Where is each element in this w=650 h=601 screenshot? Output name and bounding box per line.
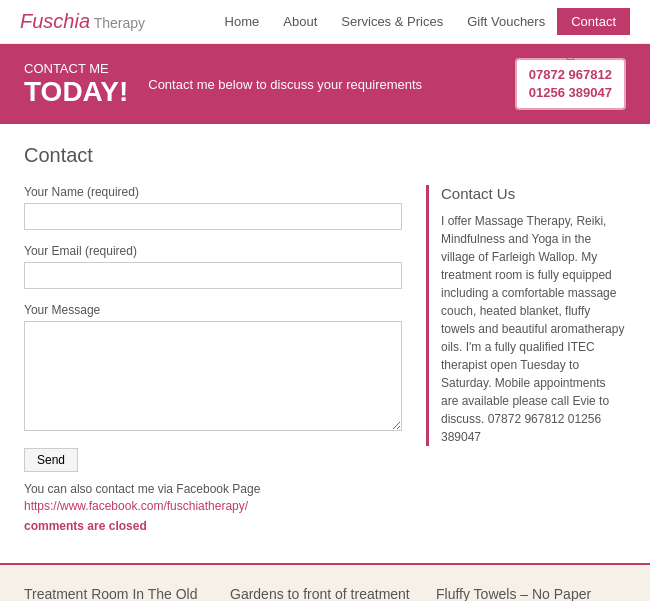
nav-about[interactable]: About — [271, 8, 329, 35]
name-label: Your Name (required) — [24, 185, 402, 199]
gallery-item-3: Fluffy Towels – No Paper — [436, 585, 626, 601]
phone-number-1: 07872 967812 — [529, 66, 612, 84]
nav-contact[interactable]: Contact — [557, 8, 630, 35]
message-textarea[interactable] — [24, 321, 402, 431]
nav-services[interactable]: Services & Prices — [329, 8, 455, 35]
gallery-grid: Treatment Room In The Old Stables, Farle… — [24, 585, 626, 601]
sidebar-description: I offer Massage Therapy, Reiki, Mindfuln… — [441, 212, 626, 446]
facebook-link[interactable]: https://www.facebook.com/fuschiatherapy/ — [24, 499, 402, 513]
sidebar-title: Contact Us — [441, 185, 626, 202]
banner: CONTACT ME TODAY! Contact me below to di… — [0, 44, 650, 124]
also-contact-text: You can also contact me via Facebook Pag… — [24, 482, 402, 496]
phone-number-2: 01256 389047 — [529, 84, 612, 102]
gallery-title-2: Gardens to front of treatment room — [230, 585, 420, 601]
main-content: Contact Your Name (required) Your Email … — [0, 124, 650, 553]
email-input[interactable] — [24, 262, 402, 289]
phone-box: 07872 967812 01256 389047 — [515, 58, 626, 110]
nav-home[interactable]: Home — [213, 8, 272, 35]
gallery-item-1: Treatment Room In The Old Stables, Farle… — [24, 585, 214, 601]
name-input[interactable] — [24, 203, 402, 230]
email-label: Your Email (required) — [24, 244, 402, 258]
contact-heading: Contact — [24, 144, 626, 167]
navigation: Home About Services & Prices Gift Vouche… — [213, 8, 630, 35]
banner-today: TODAY! — [24, 76, 128, 108]
message-field-group: Your Message — [24, 303, 402, 434]
name-field-group: Your Name (required) — [24, 185, 402, 230]
message-label: Your Message — [24, 303, 402, 317]
contact-sidebar: Contact Us I offer Massage Therapy, Reik… — [426, 185, 626, 533]
email-field-group: Your Email (required) — [24, 244, 402, 289]
banner-contact-label: CONTACT ME — [24, 61, 128, 76]
nav-gift[interactable]: Gift Vouchers — [455, 8, 557, 35]
sidebar-box: Contact Us I offer Massage Therapy, Reik… — [426, 185, 626, 446]
comments-closed: comments are closed — [24, 519, 402, 533]
gallery-title-3: Fluffy Towels – No Paper — [436, 585, 626, 601]
banner-text: CONTACT ME TODAY! — [24, 61, 128, 108]
footer-gallery: Treatment Room In The Old Stables, Farle… — [0, 563, 650, 601]
send-button[interactable]: Send — [24, 448, 78, 472]
content-layout: Your Name (required) Your Email (require… — [24, 185, 626, 533]
logo: Fuschia Therapy — [20, 10, 145, 33]
gallery-item-2: Gardens to front of treatment room — [230, 585, 420, 601]
banner-tagline: Contact me below to discuss your require… — [148, 77, 515, 92]
header: Fuschia Therapy Home About Services & Pr… — [0, 0, 650, 44]
gallery-title-1: Treatment Room In The Old Stables, Farle… — [24, 585, 214, 601]
contact-form-area: Your Name (required) Your Email (require… — [24, 185, 402, 533]
